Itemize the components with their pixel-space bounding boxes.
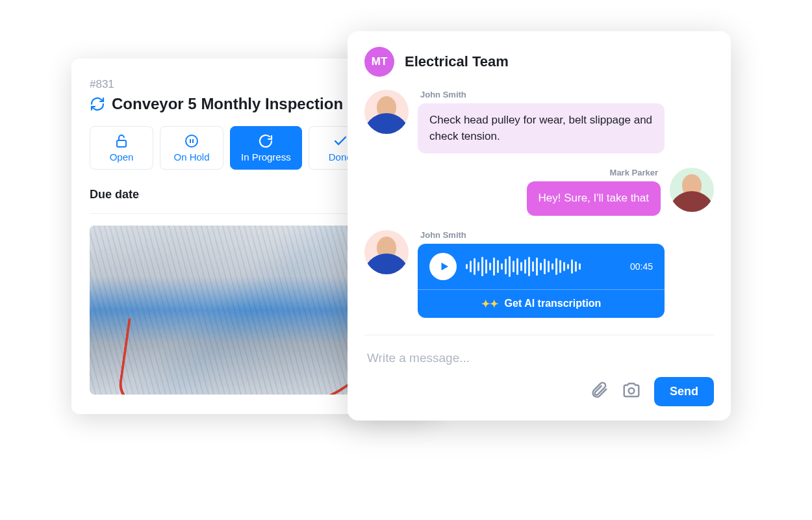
status-open-label: Open xyxy=(110,151,134,162)
chat-title: Electrical Team xyxy=(405,53,509,70)
status-in-progress-button[interactable]: In Progress xyxy=(230,126,302,170)
send-button[interactable]: Send xyxy=(654,377,714,406)
message-column: John Smith Check head pulley for wear, b… xyxy=(418,90,665,153)
message-column: John Smith xyxy=(418,230,665,318)
refresh-icon xyxy=(90,96,105,112)
camera-icon[interactable] xyxy=(622,380,641,402)
status-in-progress-label: In Progress xyxy=(241,151,291,162)
waveform-icon xyxy=(466,255,621,278)
due-date-label: Due date xyxy=(90,188,139,202)
message-sender: Mark Parker xyxy=(607,168,661,177)
message-row: John Smith Check head pulley for wear, b… xyxy=(364,90,714,153)
voice-player: 00:45 xyxy=(418,244,665,290)
message-column: Mark Parker Hey! Sure, I'll take that xyxy=(527,168,661,216)
voice-duration: 00:45 xyxy=(630,261,653,272)
ai-transcription-label: Get AI transcription xyxy=(505,298,602,309)
message-row: John Smith xyxy=(364,230,714,318)
sparkle-icon: ✦✦ xyxy=(481,298,498,310)
message-input[interactable]: Write a message... xyxy=(364,347,714,377)
work-order-title: Conveyor 5 Monthly Inspection xyxy=(112,95,343,113)
status-open-button[interactable]: Open xyxy=(90,126,153,170)
svg-point-2 xyxy=(629,388,635,394)
svg-point-1 xyxy=(186,135,197,147)
attachment-icon[interactable] xyxy=(589,380,609,402)
status-on-hold-button[interactable]: On Hold xyxy=(160,126,223,170)
message-sender: John Smith xyxy=(418,230,665,240)
play-button[interactable] xyxy=(429,253,457,280)
team-avatar-badge: MT xyxy=(364,47,394,77)
unlock-icon xyxy=(114,133,129,149)
avatar xyxy=(670,168,714,212)
check-icon xyxy=(333,133,348,149)
svg-rect-0 xyxy=(117,140,126,147)
message-composer: Write a message... Send xyxy=(364,335,714,406)
composer-actions: Send xyxy=(364,377,714,406)
message-bubble: Hey! Sure, I'll take that xyxy=(527,181,661,216)
voice-message-card: 00:45 ✦✦ Get AI transcription xyxy=(418,244,665,318)
chat-card: MT Electrical Team John Smith Check head… xyxy=(348,31,731,421)
avatar xyxy=(364,230,409,274)
pause-icon xyxy=(184,133,199,149)
status-on-hold-label: On Hold xyxy=(173,151,209,162)
message-row: Mark Parker Hey! Sure, I'll take that xyxy=(364,168,714,216)
progress-icon xyxy=(258,133,273,149)
message-bubble: Check head pulley for wear, belt slippag… xyxy=(418,103,665,153)
message-sender: John Smith xyxy=(418,90,665,99)
chat-header: MT Electrical Team xyxy=(364,47,714,77)
avatar xyxy=(364,90,409,134)
ai-transcription-button[interactable]: ✦✦ Get AI transcription xyxy=(418,290,665,318)
